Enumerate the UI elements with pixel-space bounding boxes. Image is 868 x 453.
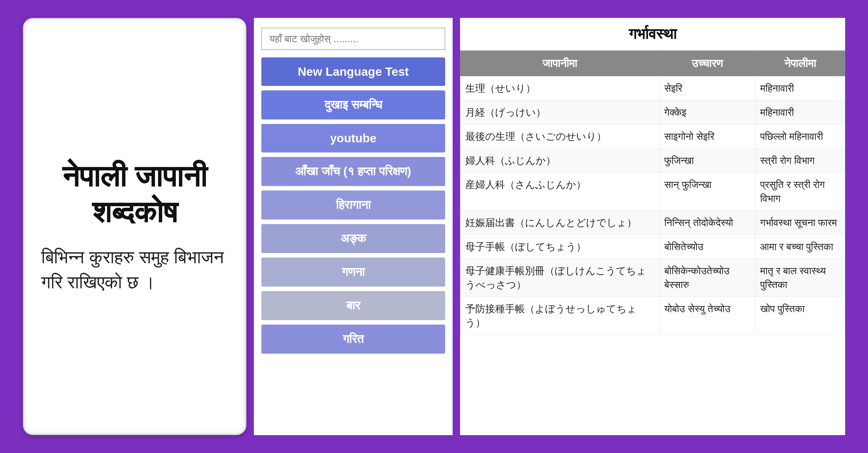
table-row: 予防接種手帳（よぼうせっしゅてちょう）योबोउ सेस्यु तेच्योउख… [460,297,845,335]
table-cell-pronunciation: सेइरि [659,76,755,100]
table-row: 母子手帳（ぼしてちょう）बोसितेच्योउआमा र बच्चा पुस्त… [460,235,845,259]
menu-button-3[interactable]: आँखा जाँच (१ हप्ता परिक्षण) [261,157,445,186]
menu-list: New Language Testदुखाइ सम्बन्धिyoutubeआँ… [261,57,445,358]
table-title: गर्भावस्था [460,18,845,51]
table-cell-japanese: 母子健康手帳別冊（ぼしけんこうてちょうべっさつ） [460,259,659,297]
table-cell-pronunciation: फुजिन्खा [659,149,755,172]
table-row: 最後の生理（さいごのせいり）साइगोनो सेइरिपछिल्लो महिना… [460,124,845,149]
table-column-header: उच्चारण [659,51,755,76]
vocabulary-table: जापानीमाउच्चारणनेपालीमा 生理（せいり）सेइरिमहिन… [460,51,845,335]
table-row: 婦人科（ふじんか）फुजिन्खास्त्री रोग विभाग [460,149,845,172]
menu-button-1[interactable]: दुखाइ सम्बन्धि [261,90,445,120]
table-cell-nepali: गर्भावस्था सूचना फारम [755,211,845,235]
dictionary-subtitle: बिभिन्न कुराहरु समुह बिभाजन गरि राखिएको … [41,245,228,295]
table-cell-pronunciation: बोसिकेन्कोउतेच्योउ बेस्सारु [659,259,755,297]
table-row: 母子健康手帳別冊（ぼしけんこうてちょうべっさつ）बोसिकेन्कोउतेच्य… [460,259,845,297]
table-cell-nepali: प्रसुति र स्त्री रोग विभाग [755,172,845,211]
menu-button-7[interactable]: बार [261,291,445,320]
table-row: 生理（せいり）सेइरिमहिनावारी [460,76,845,100]
table-cell-japanese: 産婦人科（さんふじんか） [460,172,659,211]
table-cell-nepali: पछिल्लो महिनावारी [755,124,845,149]
table-column-header: नेपालीमा [755,51,845,76]
table-cell-japanese: 婦人科（ふじんか） [460,149,659,172]
menu-button-5[interactable]: अङ्क [261,224,445,253]
table-cell-japanese: 生理（せいり） [460,76,659,100]
table-cell-pronunciation: सान् फुजिन्खा [659,172,755,211]
table-row: 妊娠届出書（にんしんとどけでしょ）निन्सिन् तोदोकेदेस्योगर… [460,211,845,235]
dictionary-title: नेपाली जापानी शब्दकोष [41,158,228,230]
right-panel: गर्भावस्था जापानीमाउच्चारणनेपालीमा 生理（せい… [460,18,845,435]
table-cell-nepali: महिनावारी [755,100,845,124]
left-panel: नेपाली जापानी शब्दकोष बिभिन्न कुराहरु सम… [23,18,246,435]
table-cell-japanese: 最後の生理（さいごのせいり） [460,124,659,149]
table-cell-pronunciation: गेक्केइ [659,100,755,124]
table-cell-pronunciation: बोसितेच्योउ [659,235,755,259]
table-cell-japanese: 月経（げっけい） [460,100,659,124]
menu-button-6[interactable]: गणना [261,258,445,287]
table-cell-japanese: 予防接種手帳（よぼうせっしゅてちょう） [460,297,659,335]
menu-button-0[interactable]: New Language Test [261,57,445,86]
table-cell-japanese: 妊娠届出書（にんしんとどけでしょ） [460,211,659,235]
table-cell-nepali: स्त्री रोग विभाग [755,149,845,172]
table-cell-pronunciation: निन्सिन् तोदोकेदेस्यो [659,211,755,235]
menu-button-4[interactable]: हिरागाना [261,191,445,220]
table-cell-pronunciation: योबोउ सेस्यु तेच्योउ [659,297,755,335]
table-cell-nepali: खोप पुस्तिका [755,297,845,335]
search-input[interactable] [261,28,445,50]
table-cell-pronunciation: साइगोनो सेइरि [659,124,755,149]
table-cell-japanese: 母子手帳（ぼしてちょう） [460,235,659,259]
table-row: 月経（げっけい）गेक्केइमहिनावारी [460,100,845,124]
table-cell-nepali: महिनावारी [755,76,845,100]
middle-panel: New Language Testदुखाइ सम्बन्धिyoutubeआँ… [254,18,453,435]
menu-button-8[interactable]: गरित [261,325,445,354]
menu-button-2[interactable]: youtube [261,124,445,153]
table-column-header: जापानीमा [460,51,659,76]
table-cell-nepali: मातृ र बाल स्वास्थ्य पुस्तिका [755,259,845,297]
table-row: 産婦人科（さんふじんか）सान् फुजिन्खाप्रसुति र स्त्र… [460,172,845,211]
table-cell-nepali: आमा र बच्चा पुस्तिका [755,235,845,259]
